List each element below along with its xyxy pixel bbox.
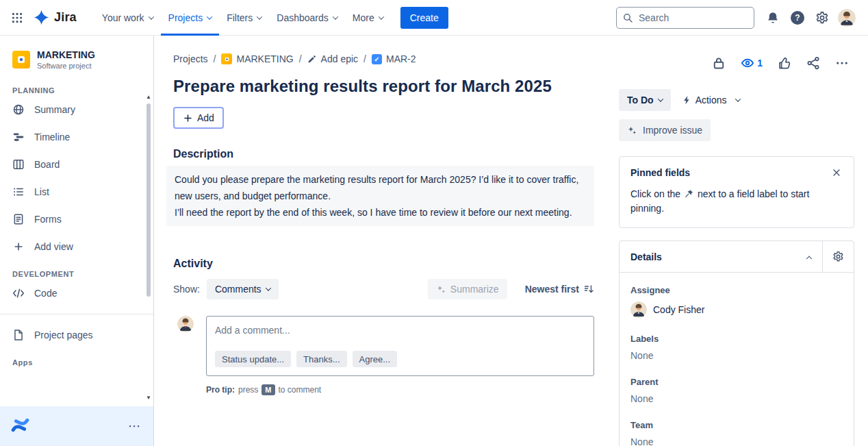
- actions-label: Actions: [695, 95, 727, 106]
- comment-input[interactable]: Add a comment... Status update... Thanks…: [206, 316, 594, 376]
- details-title[interactable]: Details: [630, 251, 791, 262]
- sidebar-divider: [0, 314, 153, 314]
- assignee-name: Cody Fisher: [653, 304, 704, 315]
- pinned-fields-card: Pinned fields Click on the next to a fie…: [619, 156, 854, 228]
- nav-projects[interactable]: Projects: [161, 0, 220, 36]
- share-button[interactable]: [801, 51, 826, 75]
- profile-button[interactable]: [835, 6, 858, 29]
- keyboard-shortcut-m: M: [261, 384, 275, 395]
- jira-logo-text: Jira: [54, 10, 77, 25]
- description-field[interactable]: Could you please prepare the marketing r…: [166, 166, 594, 226]
- share-icon: [806, 56, 820, 70]
- watch-button[interactable]: 1: [735, 51, 768, 75]
- collapse-details-button[interactable]: [791, 255, 822, 259]
- breadcrumb-add-epic[interactable]: Add epic: [307, 53, 358, 64]
- sidebar-add-view[interactable]: Add view: [0, 233, 153, 260]
- sidebar-item-timeline[interactable]: Timeline: [0, 123, 153, 151]
- jira-logo[interactable]: Jira: [30, 9, 84, 26]
- notifications-button[interactable]: [761, 6, 784, 29]
- top-navigation-bar: Jira Your work Projects Filters Dashboar…: [0, 0, 868, 36]
- details-settings-button[interactable]: [822, 241, 854, 273]
- create-button[interactable]: Create: [400, 7, 448, 29]
- planning-section-label: PLANNING: [12, 86, 153, 95]
- project-type: Software project: [37, 62, 95, 70]
- issue-title[interactable]: Prepare marketing results report for Mar…: [173, 77, 594, 96]
- breadcrumb-issue-key[interactable]: ✓ MAR-2: [372, 53, 416, 64]
- breadcrumb-issue-key-label: MAR-2: [386, 53, 416, 64]
- description-heading: Description: [173, 148, 594, 160]
- apps-section-label: Apps: [12, 358, 153, 367]
- app-switcher-button[interactable]: [5, 6, 29, 29]
- breadcrumb-projects[interactable]: Projects: [173, 53, 208, 64]
- nav-your-work[interactable]: Your work: [94, 0, 161, 36]
- nav-filters[interactable]: Filters: [219, 0, 269, 36]
- sidebar-item-label: Board: [34, 159, 60, 170]
- add-button-label: Add: [197, 112, 214, 123]
- help-button[interactable]: ?: [786, 6, 809, 29]
- details-card: Details Assignee: [619, 240, 854, 446]
- sidebar-item-label: Code: [34, 288, 57, 299]
- parent-value[interactable]: None: [630, 393, 843, 404]
- sort-order-button[interactable]: Newest first: [525, 284, 594, 295]
- quick-reply-status-update[interactable]: Status update...: [215, 351, 291, 367]
- breadcrumb: Projects / MARKETING / Add epic / ✓ MAR-…: [173, 53, 594, 64]
- more-actions-button[interactable]: [830, 51, 854, 75]
- eye-icon: [741, 56, 754, 70]
- sidebar-item-forms[interactable]: Forms: [0, 206, 153, 233]
- assignee-value[interactable]: Cody Fisher: [630, 301, 843, 318]
- search-input[interactable]: [616, 7, 754, 29]
- quick-reply-thanks[interactable]: Thanks...: [296, 351, 346, 367]
- sidebar-nav: PLANNING Summary Timeline Board List: [0, 77, 153, 406]
- summarize-button[interactable]: Summarize: [428, 279, 507, 299]
- lightning-icon: [682, 95, 691, 105]
- scroll-up-icon[interactable]: ▲: [146, 93, 151, 101]
- status-actions-row: To Do Actions: [619, 89, 854, 111]
- sidebar-item-project-pages[interactable]: Project pages: [0, 321, 153, 349]
- activity-filter-dropdown[interactable]: Comments: [207, 279, 279, 299]
- sidebar-scrollbar[interactable]: ▲ ▼: [144, 93, 153, 402]
- field-assignee: Assignee Cody Fisher: [630, 285, 843, 318]
- primary-nav: Your work Projects Filters Dashboards Mo…: [94, 0, 391, 36]
- pro-tip-press: press: [238, 385, 258, 395]
- sidebar-item-summary[interactable]: Summary: [0, 96, 153, 123]
- labels-value[interactable]: None: [630, 350, 843, 361]
- field-labels: Labels None: [630, 334, 843, 361]
- lock-button[interactable]: [706, 51, 731, 75]
- pin-icon: [685, 189, 693, 200]
- add-button[interactable]: Add: [173, 107, 224, 129]
- description-paragraph: I’ll need the report by the end of this …: [175, 204, 586, 221]
- sort-order-label: Newest first: [525, 284, 579, 295]
- thumbs-up-icon: [778, 56, 791, 70]
- sidebar-item-code[interactable]: Code: [0, 280, 153, 307]
- page-body: MARKETING Software project PLANNING Summ…: [0, 36, 868, 446]
- pinned-fields-header: Pinned fields: [630, 166, 843, 179]
- actions-dropdown[interactable]: Actions: [675, 89, 747, 111]
- sidebar-footer: ⋯: [0, 406, 153, 446]
- breadcrumb-project[interactable]: MARKETING: [221, 53, 293, 64]
- nav-dashboards[interactable]: Dashboards: [269, 0, 345, 36]
- scroll-down-icon[interactable]: ▼: [146, 394, 151, 402]
- user-avatar: [838, 9, 856, 27]
- settings-button[interactable]: [810, 6, 834, 29]
- close-icon: [832, 168, 841, 177]
- sidebar-more-button[interactable]: ⋯: [124, 416, 145, 436]
- pinned-fields-body: Click on the next to a field label to st…: [630, 187, 843, 215]
- nav-more[interactable]: More: [345, 0, 391, 36]
- sidebar-item-board[interactable]: Board: [0, 151, 153, 178]
- improve-issue-button[interactable]: Improve issue: [619, 119, 711, 141]
- sidebar-item-label: Project pages: [34, 330, 93, 340]
- nav-filters-label: Filters: [227, 12, 253, 23]
- pinned-fields-close-button[interactable]: [830, 166, 843, 179]
- jira-logo-icon: [33, 9, 50, 26]
- scrollbar-thumb[interactable]: [146, 103, 151, 297]
- quick-reply-agree[interactable]: Agree...: [353, 351, 398, 367]
- vote-button[interactable]: [772, 51, 797, 75]
- confluence-icon[interactable]: [11, 416, 29, 437]
- sidebar-item-list[interactable]: List: [0, 178, 153, 206]
- search-icon: [622, 12, 633, 26]
- improve-issue-label: Improve issue: [643, 125, 702, 136]
- status-dropdown[interactable]: To Do: [619, 89, 671, 111]
- team-value[interactable]: None: [630, 436, 843, 446]
- app-switcher-grid-icon: [11, 12, 23, 24]
- status-value: To Do: [627, 95, 654, 106]
